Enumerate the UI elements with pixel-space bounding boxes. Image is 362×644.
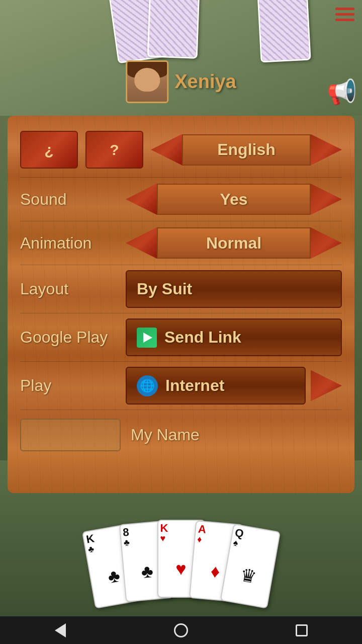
sound-prev-btn[interactable] [126, 184, 157, 215]
animation-prev-btn[interactable] [126, 227, 157, 259]
internet-text: Internet [165, 376, 224, 395]
my-name-label: My Name [131, 426, 200, 444]
recents-icon [296, 624, 308, 636]
sound-label: Sound [20, 190, 121, 209]
hamburger-line-2 [335, 13, 354, 16]
help-btn-1[interactable]: ¿ [20, 131, 78, 169]
animation-next-btn[interactable] [311, 227, 342, 259]
play-row: Play 🌐 Internet [20, 363, 342, 409]
sound-controls: Yes [126, 184, 342, 215]
nav-bar [0, 616, 362, 644]
play-triangle-icon [143, 333, 152, 343]
back-icon [55, 623, 66, 637]
play-label: Play [20, 376, 121, 395]
card-back-2 [147, 0, 200, 59]
internet-btn[interactable]: 🌐 Internet [126, 367, 306, 405]
avatar-face [127, 62, 167, 102]
layout-label: Layout [20, 280, 121, 298]
send-link-text: Send Link [164, 328, 241, 347]
animation-row: Animation Normal [20, 222, 342, 264]
animation-controls: Normal [126, 227, 342, 259]
nav-back-btn[interactable] [48, 620, 73, 640]
language-controls: English [151, 134, 342, 166]
google-play-row: Google Play Send Link [20, 314, 342, 360]
animation-label: Animation [20, 234, 121, 253]
opponent-cards [0, 0, 362, 65]
avatar-face-inner [134, 68, 160, 92]
divider-6 [20, 410, 342, 410]
divider-2 [20, 221, 342, 221]
hamburger-line-1 [335, 8, 354, 10]
play-next-btn[interactable] [311, 370, 342, 401]
language-prev-btn[interactable] [151, 134, 182, 166]
my-name-row: My Name [20, 414, 342, 456]
layout-value: By Suit [137, 280, 192, 298]
help-language-row: ¿ ? English [20, 126, 342, 174]
sound-value: Yes [157, 184, 311, 215]
sound-row: Sound Yes [20, 179, 342, 220]
divider-4 [20, 313, 342, 313]
animation-value: Normal [157, 227, 311, 259]
volume-icon[interactable]: 📢 [327, 78, 357, 106]
layout-btn[interactable]: By Suit [126, 270, 342, 308]
home-icon [174, 623, 188, 637]
help-btn-2[interactable]: ? [85, 131, 143, 169]
hamburger-line-3 [335, 19, 354, 21]
player-avatar [126, 60, 168, 103]
name-input[interactable] [20, 419, 121, 451]
player-area: Xeniya [126, 60, 236, 103]
settings-panel: ¿ ? English Sound Yes Animation No [8, 116, 354, 493]
sound-next-btn[interactable] [311, 184, 342, 215]
globe-icon: 🌐 [137, 375, 158, 396]
google-play-label: Google Play [20, 328, 121, 347]
language-next-btn[interactable] [311, 134, 342, 166]
divider-5 [20, 361, 342, 362]
divider-1 [20, 177, 342, 178]
layout-row: Layout By Suit [20, 266, 342, 312]
card-back-3 [257, 0, 311, 63]
hamburger-menu[interactable] [335, 8, 354, 21]
card-center-5: ♛ [223, 547, 274, 605]
settings-wood: ¿ ? English Sound Yes Animation No [8, 116, 354, 493]
language-value: English [182, 134, 311, 166]
nav-recents-btn[interactable] [289, 620, 314, 640]
player-name: Xeniya [174, 71, 236, 93]
divider-3 [20, 265, 342, 265]
hand-cards: K ♣ ♣ 8 ♣ ♣ K ♥ ♥ A ♦ ♦ Q ♠ ♛ [87, 487, 276, 603]
send-link-btn[interactable]: Send Link [126, 318, 342, 356]
google-play-icon [137, 328, 157, 348]
nav-home-btn[interactable] [168, 620, 194, 640]
